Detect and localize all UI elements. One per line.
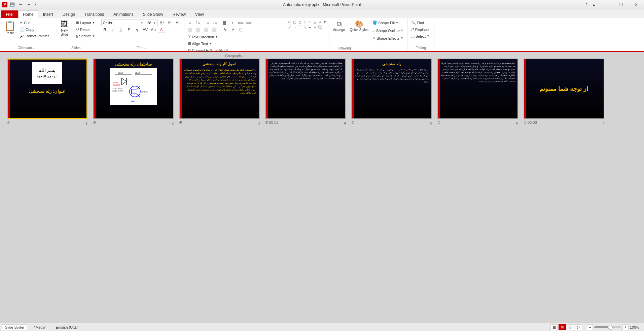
rtl-button[interactable]: ↰ [221, 27, 228, 33]
column-button[interactable]: ||| [221, 20, 228, 26]
section-button[interactable]: § Section ▼ [74, 33, 97, 39]
tab-home[interactable]: Home [19, 10, 38, 18]
ribbon-toggle-button[interactable]: ▲ [590, 1, 598, 8]
underline-button[interactable]: U [117, 27, 125, 33]
layout-button[interactable]: ⊞ Layout ▼ [74, 20, 97, 26]
zoom-handle[interactable] [608, 325, 613, 330]
statusbar-slide-sorter-tab[interactable]: Slide Sorter [2, 324, 27, 330]
replace-button[interactable]: ⇄ Replace [409, 26, 431, 33]
undo-button[interactable]: ↩ [17, 1, 24, 8]
line-spacing-button[interactable]: ↕ [229, 20, 237, 26]
slide-6-thumb[interactable]: رله سنجشی دو نوع دارد: ساده و عرضی رله س… [437, 59, 518, 119]
indent-decrease-button[interactable]: ←≡ [203, 20, 210, 26]
select-button[interactable]: ⬚ Select ▼ [409, 33, 431, 39]
iso-tri-shape-button[interactable]: △ [313, 20, 317, 24]
new-slide-button[interactable]: 🖼 NewSlide [55, 20, 74, 38]
strikethrough-button[interactable]: S [126, 27, 133, 33]
cut-button[interactable]: ✂ Cut [18, 20, 51, 26]
text-direction-button[interactable]: ⊻ Text Direction ▼ [186, 34, 220, 40]
clear-formatting-button[interactable]: Aa [175, 20, 182, 26]
slide-1-thumb[interactable]: بسم اللهالرحمن الرحیم عنوان: رله سنجشی [7, 59, 87, 119]
curve-shape-button[interactable]: ⌒ [297, 25, 302, 30]
convert-smartart-button[interactable]: ⟳ Convert to SmartArt ▼ [186, 47, 230, 53]
find-button[interactable]: 🔍 Find [409, 20, 431, 26]
font-color-button[interactable]: A [158, 27, 165, 33]
ltr-button[interactable]: ↱ [229, 27, 237, 33]
shape-outline-button[interactable]: ▱ Shape Outline ▼ [371, 27, 405, 34]
slide-2-thumb[interactable]: ساختمان رله سنجشی LOAD LOAD [93, 59, 174, 119]
zoom-out-button[interactable]: − [587, 324, 593, 330]
slide-4-thumb[interactable]: نقطات با وسایلی که چنین خطایی پیدا می کن… [265, 59, 346, 119]
statusbar-language-tab[interactable]: English (U.S.) [53, 325, 81, 330]
bold-button[interactable]: B [101, 27, 109, 33]
format-painter-button[interactable]: 🖌 Format Painter [18, 33, 51, 39]
clipboard-expand-icon[interactable]: ⌄ [33, 46, 35, 49]
tab-slideshow[interactable]: Slide Show [139, 10, 168, 18]
zoom-in-button[interactable]: + [622, 324, 629, 330]
justify-button[interactable]: ⬜ [211, 27, 218, 33]
maximize-button[interactable]: ❐ [613, 0, 629, 9]
tab-animations[interactable]: Animations [109, 10, 138, 18]
view-normal-button[interactable]: ▦ [550, 324, 558, 330]
drawing-expand-icon[interactable]: ⌄ [351, 47, 354, 50]
freeform-shape-button[interactable]: ∿ [302, 25, 307, 30]
rounded-rect-shape-button[interactable]: ▢ [292, 20, 297, 24]
snip-rect-shape-button[interactable]: ◻ [297, 20, 302, 24]
minimize-button[interactable]: — [598, 0, 613, 9]
qat-dropdown-button[interactable]: ▼ [33, 1, 38, 8]
font-size-combo[interactable]: 28 ▼ [146, 20, 158, 26]
increase-font-button[interactable]: A⁺ [158, 20, 166, 26]
col4-button[interactable]: ⊟ [237, 27, 245, 33]
close-button[interactable]: ✕ [629, 0, 644, 9]
numbering-button[interactable]: 1≡ [194, 20, 202, 26]
tab-transitions[interactable]: Transitions [80, 10, 108, 18]
tab-design[interactable]: Design [58, 10, 79, 18]
shapes-more-button[interactable]: ▼ [323, 20, 327, 24]
view-reading-button[interactable]: 📖 [567, 324, 574, 330]
paste-button[interactable]: 📋 Paste [2, 20, 17, 37]
redo-button[interactable]: ↪ [25, 1, 32, 8]
circle-shape-button[interactable]: ○ [302, 20, 307, 24]
slide-3-thumb[interactable]: اصول کار رله سنجشی در تاسیسات الکتریکی م… [179, 59, 260, 119]
arrow-shape-button[interactable]: ⇒ [318, 20, 322, 24]
align-right-button[interactable]: ⬜ [203, 27, 210, 33]
col3-button[interactable]: ⟹ [245, 20, 253, 26]
callout-shape-button[interactable]: 💬 [318, 25, 322, 30]
bullets-button[interactable]: ≡ [186, 20, 194, 26]
view-sorter-button[interactable]: ⊞ [559, 324, 566, 330]
view-slideshow-button[interactable]: ▷ [575, 324, 582, 330]
arrange-button[interactable]: ⧉ Arrange [331, 20, 348, 33]
reset-button[interactable]: ↺ Reset [74, 26, 97, 33]
align-text-button[interactable]: ⊟ Align Text ▼ [186, 40, 213, 47]
paragraph-expand-icon[interactable]: ⌄ [242, 54, 244, 58]
copy-button[interactable]: 📄 Copy [18, 26, 51, 33]
save-button[interactable]: 💾 [9, 1, 16, 8]
change-case-button[interactable]: Aa [150, 27, 157, 33]
tab-view[interactable]: View [191, 10, 208, 18]
align-left-button[interactable]: ⬜ [186, 27, 194, 33]
shape-effects-button[interactable]: ✦ Shape Effects ▼ [371, 35, 405, 41]
arrow-line-shape-button[interactable]: → [292, 25, 297, 30]
italic-button[interactable]: I [109, 27, 117, 33]
help-button[interactable]: ? [583, 1, 590, 8]
indent-increase-button[interactable]: →≡ [211, 20, 218, 26]
rect-shape-button[interactable]: ▭ [287, 20, 292, 24]
tab-file[interactable]: File [1, 10, 18, 18]
line-shape-button[interactable]: ╱ [287, 25, 292, 30]
font-expand-icon[interactable]: ⌄ [144, 46, 146, 49]
slide-7-thumb[interactable]: از توجه شما ممنونم [524, 59, 604, 119]
character-spacing-button[interactable]: AV [142, 27, 149, 33]
shadow-button[interactable]: s [134, 27, 141, 33]
slide-5-thumb[interactable]: رله سنجشی در رله های سنجشی دقت و حساسیت … [351, 59, 432, 119]
align-center-button[interactable]: ⬜ [194, 27, 202, 33]
font-name-combo[interactable]: Calibri ▼ [101, 20, 145, 26]
col2-button[interactable]: ⟸ [237, 20, 245, 26]
star5-shape-button[interactable]: ✦ [308, 25, 312, 30]
tab-insert[interactable]: Insert [39, 10, 58, 18]
decrease-font-button[interactable]: A⁻ [167, 20, 174, 26]
shape-fill-button[interactable]: 🪣 Shape Fill ▼ [371, 20, 405, 26]
star6-shape-button[interactable]: ✶ [313, 25, 317, 30]
quick-styles-button[interactable]: 🎨 Quick Styles [348, 20, 370, 33]
right-tri-shape-button[interactable]: ◹ [308, 20, 312, 24]
statusbar-metro-tab[interactable]: "Metro" [31, 325, 49, 330]
